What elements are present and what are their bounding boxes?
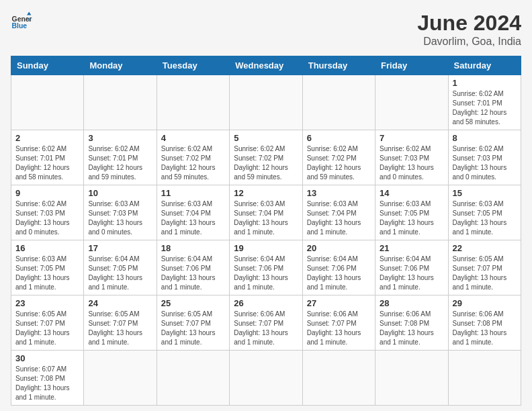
day-number: 27 — [307, 298, 371, 308]
table-row: 9Sunrise: 6:02 AM Sunset: 7:03 PM Daylig… — [11, 185, 84, 240]
header-thursday: Thursday — [302, 56, 375, 75]
table-row: 21Sunrise: 6:04 AM Sunset: 7:06 PM Dayli… — [375, 240, 448, 295]
table-row — [375, 75, 448, 130]
day-number: 23 — [15, 298, 79, 308]
day-info: Sunrise: 6:02 AM Sunset: 7:02 PM Dayligh… — [161, 144, 225, 182]
day-info: Sunrise: 6:02 AM Sunset: 7:03 PM Dayligh… — [15, 199, 79, 237]
day-number: 13 — [307, 188, 371, 198]
table-row — [230, 75, 302, 130]
logo: General Blue — [11, 11, 32, 32]
day-info: Sunrise: 6:02 AM Sunset: 7:03 PM Dayligh… — [453, 144, 517, 182]
day-info: Sunrise: 6:04 AM Sunset: 7:06 PM Dayligh… — [234, 255, 298, 292]
calendar-week-row: 16Sunrise: 6:03 AM Sunset: 7:05 PM Dayli… — [11, 240, 521, 295]
day-info: Sunrise: 6:05 AM Sunset: 7:07 PM Dayligh… — [161, 310, 225, 347]
table-row: 25Sunrise: 6:05 AM Sunset: 7:07 PM Dayli… — [157, 295, 229, 351]
day-number: 24 — [88, 298, 152, 308]
day-number: 14 — [380, 188, 443, 198]
table-row: 7Sunrise: 6:02 AM Sunset: 7:03 PM Daylig… — [375, 130, 448, 185]
table-row — [157, 75, 229, 130]
day-number: 30 — [15, 353, 79, 363]
day-number: 20 — [307, 243, 371, 253]
day-number: 12 — [234, 188, 298, 198]
day-info: Sunrise: 6:04 AM Sunset: 7:05 PM Dayligh… — [88, 255, 152, 292]
day-number: 10 — [88, 188, 152, 198]
day-info: Sunrise: 6:04 AM Sunset: 7:06 PM Dayligh… — [161, 255, 225, 292]
day-number: 19 — [234, 243, 298, 253]
header-wednesday: Wednesday — [230, 56, 302, 75]
table-row: 16Sunrise: 6:03 AM Sunset: 7:05 PM Dayli… — [11, 240, 84, 295]
header-friday: Friday — [375, 56, 448, 75]
table-row: 18Sunrise: 6:04 AM Sunset: 7:06 PM Dayli… — [157, 240, 229, 295]
table-row — [157, 351, 229, 406]
calendar-header-row: Sunday Monday Tuesday Wednesday Thursday… — [11, 56, 521, 75]
calendar-week-row: 30Sunrise: 6:07 AM Sunset: 7:08 PM Dayli… — [11, 351, 521, 406]
day-info: Sunrise: 6:03 AM Sunset: 7:05 PM Dayligh… — [15, 255, 79, 292]
table-row — [230, 351, 302, 406]
header-tuesday: Tuesday — [157, 56, 229, 75]
day-info: Sunrise: 6:04 AM Sunset: 7:06 PM Dayligh… — [380, 255, 443, 292]
day-info: Sunrise: 6:02 AM Sunset: 7:01 PM Dayligh… — [453, 89, 517, 127]
calendar-week-row: 23Sunrise: 6:05 AM Sunset: 7:07 PM Dayli… — [11, 295, 521, 351]
day-info: Sunrise: 6:04 AM Sunset: 7:06 PM Dayligh… — [307, 255, 371, 292]
day-info: Sunrise: 6:06 AM Sunset: 7:07 PM Dayligh… — [307, 310, 371, 347]
day-number: 22 — [453, 243, 517, 253]
table-row: 4Sunrise: 6:02 AM Sunset: 7:02 PM Daylig… — [157, 130, 229, 185]
table-row: 28Sunrise: 6:06 AM Sunset: 7:08 PM Dayli… — [375, 295, 448, 351]
day-info: Sunrise: 6:03 AM Sunset: 7:05 PM Dayligh… — [380, 199, 443, 237]
day-info: Sunrise: 6:02 AM Sunset: 7:01 PM Dayligh… — [88, 144, 152, 182]
day-info: Sunrise: 6:02 AM Sunset: 7:03 PM Dayligh… — [380, 144, 443, 182]
table-row: 15Sunrise: 6:03 AM Sunset: 7:05 PM Dayli… — [448, 185, 521, 240]
table-row: 19Sunrise: 6:04 AM Sunset: 7:06 PM Dayli… — [230, 240, 302, 295]
day-info: Sunrise: 6:03 AM Sunset: 7:04 PM Dayligh… — [161, 199, 225, 237]
day-number: 29 — [453, 298, 517, 308]
table-row — [302, 75, 375, 130]
day-info: Sunrise: 6:03 AM Sunset: 7:04 PM Dayligh… — [307, 199, 371, 237]
day-info: Sunrise: 6:02 AM Sunset: 7:02 PM Dayligh… — [234, 144, 298, 182]
day-number: 7 — [380, 133, 443, 143]
day-info: Sunrise: 6:06 AM Sunset: 7:07 PM Dayligh… — [234, 310, 298, 347]
day-number: 2 — [15, 133, 79, 143]
table-row: 30Sunrise: 6:07 AM Sunset: 7:08 PM Dayli… — [11, 351, 84, 406]
day-number: 15 — [453, 188, 517, 198]
header-sunday: Sunday — [11, 56, 84, 75]
day-number: 4 — [161, 133, 225, 143]
table-row: 11Sunrise: 6:03 AM Sunset: 7:04 PM Dayli… — [157, 185, 229, 240]
table-row: 22Sunrise: 6:05 AM Sunset: 7:07 PM Dayli… — [448, 240, 521, 295]
day-number: 6 — [307, 133, 371, 143]
logo-icon: General Blue — [11, 11, 32, 32]
table-row: 10Sunrise: 6:03 AM Sunset: 7:03 PM Dayli… — [84, 185, 157, 240]
day-number: 26 — [234, 298, 298, 308]
table-row: 6Sunrise: 6:02 AM Sunset: 7:02 PM Daylig… — [302, 130, 375, 185]
calendar-week-row: 1Sunrise: 6:02 AM Sunset: 7:01 PM Daylig… — [11, 75, 521, 130]
day-number: 18 — [161, 243, 225, 253]
table-row: 2Sunrise: 6:02 AM Sunset: 7:01 PM Daylig… — [11, 130, 84, 185]
day-info: Sunrise: 6:05 AM Sunset: 7:07 PM Dayligh… — [453, 255, 517, 292]
day-info: Sunrise: 6:02 AM Sunset: 7:02 PM Dayligh… — [307, 144, 371, 182]
table-row: 3Sunrise: 6:02 AM Sunset: 7:01 PM Daylig… — [84, 130, 157, 185]
table-row: 5Sunrise: 6:02 AM Sunset: 7:02 PM Daylig… — [230, 130, 302, 185]
day-info: Sunrise: 6:07 AM Sunset: 7:08 PM Dayligh… — [15, 365, 79, 402]
title-area: June 2024 Davorlim, Goa, India — [417, 11, 521, 48]
day-number: 9 — [15, 188, 79, 198]
table-row: 1Sunrise: 6:02 AM Sunset: 7:01 PM Daylig… — [448, 75, 521, 130]
table-row: 23Sunrise: 6:05 AM Sunset: 7:07 PM Dayli… — [11, 295, 84, 351]
day-info: Sunrise: 6:05 AM Sunset: 7:07 PM Dayligh… — [88, 310, 152, 347]
table-row — [84, 351, 157, 406]
day-info: Sunrise: 6:06 AM Sunset: 7:08 PM Dayligh… — [453, 310, 517, 347]
table-row — [448, 351, 521, 406]
day-info: Sunrise: 6:03 AM Sunset: 7:03 PM Dayligh… — [88, 199, 152, 237]
table-row — [302, 351, 375, 406]
svg-marker-2 — [27, 12, 31, 15]
day-number: 5 — [234, 133, 298, 143]
table-row: 14Sunrise: 6:03 AM Sunset: 7:05 PM Dayli… — [375, 185, 448, 240]
table-row: 29Sunrise: 6:06 AM Sunset: 7:08 PM Dayli… — [448, 295, 521, 351]
table-row: 27Sunrise: 6:06 AM Sunset: 7:07 PM Dayli… — [302, 295, 375, 351]
day-number: 17 — [88, 243, 152, 253]
calendar-week-row: 9Sunrise: 6:02 AM Sunset: 7:03 PM Daylig… — [11, 185, 521, 240]
day-number: 11 — [161, 188, 225, 198]
day-number: 3 — [88, 133, 152, 143]
table-row — [11, 75, 84, 130]
header: General Blue June 2024 Davorlim, Goa, In… — [11, 11, 521, 48]
table-row: 20Sunrise: 6:04 AM Sunset: 7:06 PM Dayli… — [302, 240, 375, 295]
day-number: 28 — [380, 298, 443, 308]
